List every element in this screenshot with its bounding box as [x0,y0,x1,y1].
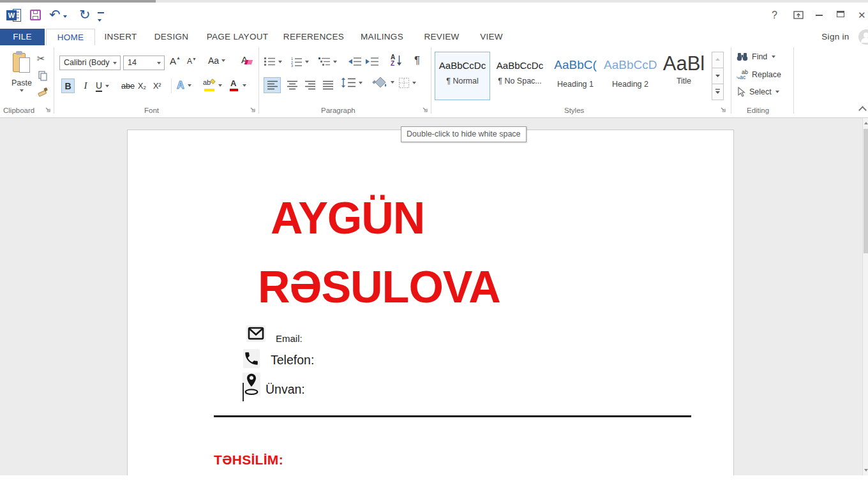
style-heading-1[interactable]: AaBbC( Heading 1 [548,52,602,100]
style-normal-label: ¶ Normal [435,77,490,85]
editing-group-label: Editing [747,107,769,114]
font-color-button[interactable]: A [230,77,246,93]
copy-icon[interactable] [38,71,48,81]
font-dialog-launcher-icon[interactable] [250,107,256,113]
address-label[interactable]: Ünvan: [266,382,305,397]
paste-label: Paste [11,78,32,87]
document-name-line2[interactable]: RƏSULOVA [258,265,500,309]
ribbon-display-options-icon[interactable] [793,11,804,19]
paste-dropdown-icon [20,89,24,92]
tab-mailings[interactable]: MAILINGS [349,29,415,45]
text-effects-button[interactable]: A [177,77,191,93]
collapse-ribbon-icon[interactable] [858,106,867,114]
select-button[interactable]: Select [737,87,779,97]
tab-page-layout[interactable]: PAGE LAYOUT [197,29,278,45]
show-hide-pilcrow-button[interactable]: ¶ [414,54,420,67]
email-label[interactable]: Email: [276,333,303,344]
multilevel-list-button[interactable] [318,57,337,66]
minimize-icon[interactable] [816,15,823,16]
replace-icon: ab ⤷ac [737,70,748,80]
borders-button[interactable] [398,77,416,89]
numbering-button[interactable]: 123 [290,57,309,67]
scroll-up-icon[interactable] [864,122,868,124]
document-page[interactable]: AYGÜN RƏSULOVA Email: Telefon: Ünvan: TƏ… [127,130,734,475]
sign-in-link[interactable]: Sign in [816,29,855,45]
style-no-spacing[interactable]: AaBbCcDc ¶ No Spac... [492,52,548,100]
font-name-value: Calibri (Body [64,58,110,67]
italic-button[interactable]: I [80,78,91,93]
maximize-icon[interactable] [837,11,844,17]
tab-view[interactable]: VIEW [468,29,514,45]
tab-insert[interactable]: INSERT [95,29,146,45]
styles-scroll-up-button[interactable] [712,52,724,68]
style-heading2-preview: AaBbCcD [604,58,657,72]
tab-references[interactable]: REFERENCES [278,29,349,45]
cut-icon[interactable]: ✂ [37,53,45,64]
justify-button[interactable] [319,77,336,93]
close-icon[interactable]: ✕ [858,10,866,21]
find-label: Find [752,52,767,61]
paragraph-group-label: Paragraph [321,107,355,114]
tab-home[interactable]: HOME [46,29,95,45]
style-normal[interactable]: AaBbCcDc ¶ Normal [435,52,490,100]
font-size-value: 14 [128,58,137,67]
highlight-color-button[interactable]: ab [203,77,222,93]
style-heading-2[interactable]: AaBbCcD Heading 2 [603,52,657,100]
redo-icon[interactable]: ↻ [79,8,91,21]
replace-label: Replace [752,70,781,79]
section-heading[interactable]: TƏHSİLİM: [214,452,283,468]
change-case-button[interactable]: Aa [208,56,225,66]
strikethrough-button[interactable]: abe [121,78,135,93]
customize-qat-icon[interactable] [98,12,104,26]
subscript-button[interactable]: X₂ [138,78,146,93]
sort-button[interactable]: A Z [391,54,402,67]
help-icon[interactable]: ? [772,10,777,21]
text-cursor [243,383,244,401]
clipboard-dialog-launcher-icon[interactable] [45,107,51,113]
line-spacing-button[interactable] [341,77,363,88]
scrollbar-thumb[interactable] [864,129,868,253]
vertical-scrollbar[interactable] [862,118,868,475]
clear-formatting-button[interactable]: A [241,54,252,65]
undo-dropdown-icon[interactable] [63,15,67,18]
white-space-tooltip: Double-click to hide white space [401,126,527,142]
shrink-font-button[interactable]: A▼ [187,57,197,66]
scroll-down-icon[interactable] [864,469,868,471]
styles-dialog-launcher-icon[interactable] [720,107,726,113]
bullets-button[interactable] [264,57,282,66]
clipboard-group-label: Clipboard [3,107,34,114]
undo-icon[interactable]: ↶ [49,8,61,21]
word-icon-w: W [6,10,17,20]
style-heading2-label: Heading 2 [604,80,657,89]
increase-indent-icon[interactable] [365,57,379,66]
paste-icon [13,52,31,73]
decrease-indent-icon[interactable] [348,57,362,66]
style-title[interactable]: AaBl Title [658,52,710,100]
paragraph-dialog-launcher-icon[interactable] [422,107,428,113]
document-name-line1[interactable]: AYGÜN [271,196,424,241]
styles-scroll-down-button[interactable] [712,68,724,84]
align-left-button[interactable] [264,77,281,93]
format-painter-icon[interactable] [37,86,49,98]
tab-design[interactable]: DESIGN [146,29,197,45]
replace-button[interactable]: ab ⤷ac Replace [737,70,781,80]
bold-button[interactable]: B [61,78,75,93]
find-button[interactable]: Find [737,52,775,61]
grow-font-button[interactable]: A▲ [170,56,181,66]
underline-button[interactable]: U [96,78,109,93]
save-icon[interactable] [30,10,41,20]
shading-button[interactable] [371,76,394,89]
align-center-button[interactable] [283,77,301,93]
font-name-combobox[interactable]: Calibri (Body [59,56,121,70]
tab-review[interactable]: REVIEW [415,29,468,45]
user-avatar[interactable] [858,29,868,45]
style-no-spacing-label: ¶ No Spac... [493,77,547,85]
align-right-button[interactable] [301,77,318,93]
font-size-combobox[interactable]: 14 [123,56,165,70]
phone-label[interactable]: Telefon: [271,353,314,368]
paste-button[interactable]: Paste [5,52,38,103]
tab-file[interactable]: FILE [0,29,45,45]
superscript-button[interactable]: X² [153,78,161,93]
word-app-icon[interactable]: W [6,8,22,22]
styles-gallery-more-button[interactable] [712,84,724,100]
